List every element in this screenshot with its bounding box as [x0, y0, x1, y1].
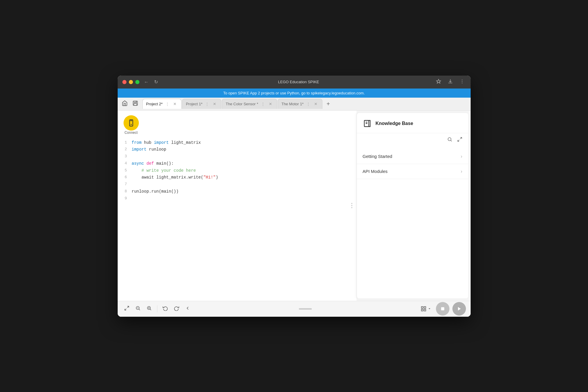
resize-handle[interactable] — [350, 111, 354, 301]
chevron-right-icon: › — [461, 169, 462, 174]
kb-toolbar — [357, 133, 468, 147]
fullscreen-button[interactable] — [122, 304, 131, 314]
tab-color-sensor[interactable]: The Color Sensor * ⋮ ✕ — [222, 99, 277, 109]
connect-area: Connect — [118, 111, 357, 137]
zoom-in-button[interactable] — [145, 304, 154, 314]
refresh-button[interactable]: ↻ — [153, 78, 159, 86]
svg-rect-21 — [421, 307, 423, 308]
tab-menu-button[interactable]: ⋮ — [260, 101, 266, 107]
svg-rect-24 — [421, 309, 423, 311]
svg-line-13 — [458, 140, 459, 141]
svg-line-12 — [460, 137, 462, 139]
tab-project1[interactable]: Project 1* ⋮ ✕ — [182, 99, 221, 109]
tabbar-left — [120, 99, 140, 109]
svg-point-2 — [462, 83, 462, 83]
svg-line-15 — [125, 308, 126, 310]
grid-view-button[interactable] — [419, 304, 433, 313]
code-line-4: 4 async def main(): — [122, 160, 352, 167]
tabs: Project 2* ⋮ ✕ Project 1* ⋮ ✕ The Color … — [142, 99, 468, 109]
collapse-panel-button[interactable] — [183, 304, 192, 314]
separator — [157, 305, 157, 312]
code-line-9: 9 — [122, 195, 352, 202]
svg-marker-26 — [458, 307, 461, 311]
svg-line-14 — [127, 306, 129, 308]
chevron-right-icon: › — [461, 154, 462, 159]
kb-title: Knowledge Base — [376, 121, 413, 126]
kb-item-api-modules[interactable]: API Modules › — [357, 164, 468, 179]
back-button[interactable]: ← — [143, 78, 150, 86]
drag-handle-bar — [192, 308, 419, 310]
code-line-8: 8 runloop.run(main()) — [122, 188, 352, 195]
zoom-out-button[interactable] — [134, 304, 142, 314]
editor-panel: Connect 1 from hub import light_matrix 2… — [118, 111, 357, 301]
window-title: LEGO Education SPIKE — [163, 80, 435, 84]
nav-buttons: ← ↻ — [143, 78, 159, 86]
code-line-6: 6 await light_matrix.write("Hi!") — [122, 174, 352, 181]
knowledge-base-panel: Knowledge Base — [357, 113, 468, 298]
tab-close-button[interactable]: ✕ — [172, 101, 178, 107]
code-line-7: 7 — [122, 181, 352, 188]
svg-point-11 — [448, 138, 451, 141]
app-window: ← ↻ LEGO Education SPIKE — [118, 76, 471, 317]
traffic-lights — [122, 80, 139, 84]
kb-header: Knowledge Base — [357, 113, 468, 133]
kb-search-button[interactable] — [446, 136, 454, 144]
minimize-button[interactable] — [129, 80, 133, 84]
maximize-button[interactable] — [135, 80, 139, 84]
save-button[interactable] — [131, 99, 140, 109]
drag-bar[interactable] — [299, 308, 312, 310]
bottom-left-tools — [122, 304, 192, 314]
banner: To open SPIKE App 2 projects or use Pyth… — [118, 89, 471, 98]
tab-close-button[interactable]: ✕ — [268, 101, 273, 107]
stop-button[interactable] — [436, 302, 449, 316]
kb-items: Getting Started › API Modules › — [357, 147, 468, 298]
tab-motor[interactable]: The Motor 1* ⋮ ✕ — [278, 99, 322, 109]
connect-icon[interactable] — [124, 115, 139, 131]
code-line-2: 2 import runloop — [122, 146, 352, 153]
add-tab-button[interactable]: + — [324, 99, 332, 109]
extensions-button[interactable] — [435, 78, 442, 86]
book-icon — [363, 119, 372, 128]
editor-area: Connect 1 from hub import light_matrix 2… — [118, 111, 471, 301]
bottom-bar — [118, 301, 471, 317]
svg-rect-23 — [424, 309, 426, 311]
svg-point-6 — [131, 124, 131, 125]
code-line-5: 5 # write your code here — [122, 167, 352, 174]
tab-menu-button[interactable]: ⋮ — [204, 101, 210, 107]
kb-collapse-button[interactable] — [456, 136, 464, 144]
code-line-3: 3 — [122, 153, 352, 160]
tab-project2[interactable]: Project 2* ⋮ ✕ — [142, 99, 181, 109]
download-button[interactable] — [447, 78, 454, 86]
play-button[interactable] — [452, 302, 466, 316]
svg-rect-22 — [424, 307, 426, 308]
svg-rect-25 — [441, 307, 444, 311]
main-content: Connect 1 from hub import light_matrix 2… — [118, 111, 471, 317]
tabbar: Project 2* ⋮ ✕ Project 1* ⋮ ✕ The Color … — [118, 98, 471, 111]
redo-button[interactable] — [172, 304, 181, 314]
code-editor[interactable]: 1 from hub import light_matrix 2 import … — [118, 137, 357, 301]
tab-close-button[interactable]: ✕ — [313, 101, 319, 107]
connect-wrapper: Connect — [124, 115, 139, 135]
connect-label: Connect — [124, 131, 138, 135]
svg-point-0 — [462, 79, 462, 80]
titlebar: ← ↻ LEGO Education SPIKE — [118, 76, 471, 89]
kb-item-getting-started[interactable]: Getting Started › — [357, 149, 468, 164]
undo-button[interactable] — [161, 304, 170, 314]
tab-close-button[interactable]: ✕ — [212, 101, 217, 107]
svg-point-1 — [462, 81, 462, 81]
tab-menu-button[interactable]: ⋮ — [164, 101, 170, 107]
close-button[interactable] — [122, 80, 126, 84]
titlebar-actions — [435, 78, 466, 86]
bottom-right-tools — [419, 302, 466, 316]
svg-rect-4 — [134, 103, 137, 105]
tab-menu-button[interactable]: ⋮ — [305, 101, 311, 107]
home-button[interactable] — [120, 99, 129, 109]
code-line-1: 1 from hub import light_matrix — [122, 139, 352, 146]
menu-button[interactable] — [458, 78, 466, 86]
